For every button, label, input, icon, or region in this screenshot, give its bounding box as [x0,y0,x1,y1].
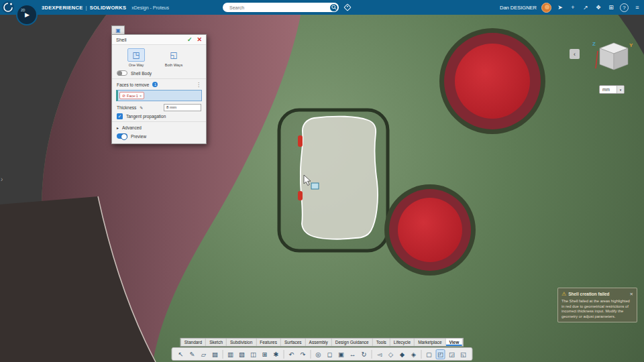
toolbar-icon-shaded[interactable]: ◆ [398,349,407,359]
user-avatar[interactable] [541,3,551,13]
notification-toast: ⚠ Shell creation failed ✕ The Shell fail… [557,288,637,322]
toolbar-icon-open[interactable]: ▥ [226,349,235,359]
tangent-propagation-label: Tangent propagation [126,114,166,119]
notification-title: Shell creation failed [568,292,627,296]
z-axis-label: Z [592,41,596,47]
toolbar-icon-save[interactable]: ▤ [211,349,220,359]
toolbar-icon-rotate[interactable]: ↻ [360,349,369,359]
face-chip[interactable]: ⊘ Face:1 × [119,92,144,99]
app-title: xDesign - Proteus [131,5,169,10]
toolbar-icon-iso-view[interactable]: ◲ [447,349,457,359]
shell-body-toggle[interactable] [117,70,127,76]
tab-lifecycle[interactable]: Lifecycle [390,339,415,346]
search-input[interactable] [228,5,330,11]
kebab-menu-icon[interactable]: ⋮ [196,82,201,88]
toolbar-icon-select[interactable]: ↖ [176,349,186,359]
toolbar-icon-wireframe[interactable]: ▢ [425,349,434,359]
hole-boss-top[interactable] [439,28,545,134]
tab-subdivision[interactable]: Subdivision [227,339,256,346]
toolbar-icon-zoom-area[interactable]: ▣ [337,349,346,359]
toolbar-icon-zoom-fit[interactable]: ◻ [325,349,335,359]
brand-divider: | [86,5,87,11]
add-icon[interactable]: + [569,4,577,11]
thickness-input[interactable] [164,104,201,111]
ribbon-tab-bar: StandardSketchSubdivisionFeaturesSurface… [180,338,464,347]
tab-surfaces[interactable]: Surfaces [281,339,306,346]
tab-assembly[interactable]: Assembly [306,339,332,346]
one-way-icon: ◳ [132,50,140,60]
tab-features[interactable]: Features [256,339,281,346]
toolbar-icon-redo[interactable]: ↷ [299,349,308,359]
left-panel-expand-icon[interactable]: › [1,176,3,183]
toolbar-icon-copy[interactable]: ▧ [237,349,247,359]
advanced-expander[interactable]: ▸ Advanced [112,123,206,131]
tab-tools[interactable]: Tools [373,339,390,346]
toolbar-icon-undo[interactable]: ↶ [287,349,297,359]
shell-error-mark-1[interactable] [298,135,303,147]
preview-label: Preview [131,134,146,139]
shell-dialog-panel: Shell ✓ ✕ ◳ One Way ◱ Both Ways Shell Bo… [111,34,207,144]
preview-toggle[interactable] [117,133,127,139]
toolbar-icon-sketch[interactable]: ✎ [188,349,197,359]
viewcube-collapse-button[interactable]: ‹ [570,49,580,59]
chevron-down-icon: ▾ [616,86,624,93]
toolbar-icon-view-modes[interactable]: ◰ [436,349,445,359]
error-badge-icon: ⊘ [122,93,125,98]
toolbar-icon-hidden-lines[interactable]: ◈ [409,349,419,359]
toolbar-icon-perspective[interactable]: ◇ [386,349,396,359]
both-ways-option[interactable]: ◱ Both Ways [160,48,187,67]
chip-remove-icon[interactable]: × [140,94,142,98]
y-axis-label: Y [629,42,633,48]
one-way-option[interactable]: ◳ One Way [123,48,150,67]
play-icon[interactable]: ▶ [25,11,30,18]
toolbar-icon-plane[interactable]: ▱ [199,349,209,359]
toolbar-icon-paste[interactable]: ◫ [249,349,258,359]
shell-error-mark-2[interactable] [298,191,303,200]
toolbar-icon-pan[interactable]: ↔ [348,349,358,359]
faces-to-remove-label: Faces to remove [117,82,149,87]
help-icon[interactable]: ? [620,3,629,12]
view-cube[interactable]: Z Y [592,38,635,76]
close-icon[interactable]: ✕ [197,36,202,43]
toolbar-icon-section-view[interactable]: ◱ [459,349,468,359]
application-window: 2D ▶ 3DEXPERIENCE | SOLIDWORKS xDesign -… [0,0,644,362]
user-name[interactable]: Dan DESIGNER [500,5,537,11]
shell-dialog-tab[interactable]: ▣ [111,25,125,35]
chevron-left-icon: ‹ [574,51,576,58]
thickness-edit-icon[interactable]: ✎ [140,105,143,110]
faces-selection-box[interactable]: ⊘ Face:1 × [116,90,202,101]
tag-icon[interactable] [343,3,351,11]
tab-standard[interactable]: Standard [181,339,206,346]
tab-marketplace[interactable]: Marketplace [415,339,445,346]
brand-3dexperience: 3DEXPERIENCE [42,5,83,11]
share-icon[interactable]: ↗ [582,4,590,11]
search-box[interactable] [223,3,339,12]
3d-viewport[interactable] [0,0,644,362]
faces-count-badge: 1 [152,82,158,87]
toolbar-icon-settings[interactable]: ✱ [272,349,281,359]
tab-view[interactable]: View [446,339,464,346]
shell-body-label: Shell Body [131,71,152,76]
hole-boss-bottom[interactable] [384,184,476,276]
notification-close-icon[interactable]: ✕ [630,292,633,297]
tab-sketch[interactable]: Sketch [206,339,227,346]
face-select-cursor-badge [311,183,319,189]
assistant-icon[interactable]: ➤ [556,4,564,11]
tab-design-guidance[interactable]: Design Guidance [332,339,373,346]
menu-icon[interactable]: ≡ [633,4,641,11]
toolbar-separator [223,350,223,359]
tangent-checkbox[interactable]: ✓ [117,113,123,119]
view-mode-badge[interactable]: 2D ▶ [16,4,38,25]
community-icon[interactable]: ❖ [594,4,602,11]
compass-logo-icon[interactable] [2,1,14,13]
confirm-icon[interactable]: ✓ [187,36,193,43]
thickness-label: Thickness [117,105,136,110]
toolbar-icon-previous-view[interactable]: ◅ [375,349,384,359]
brand-solidworks: SOLIDWORKS [90,5,127,11]
notification-body: The Shell failed at the areas highlighte… [561,299,633,319]
apps-grid-icon[interactable]: ⊞ [607,4,615,11]
toolbar-icon-grid[interactable]: ⊞ [260,349,270,359]
units-dropdown[interactable]: mm ▾ [599,85,625,94]
toolbar-icon-zoom[interactable]: ◎ [314,349,323,359]
search-icon[interactable] [330,4,337,11]
